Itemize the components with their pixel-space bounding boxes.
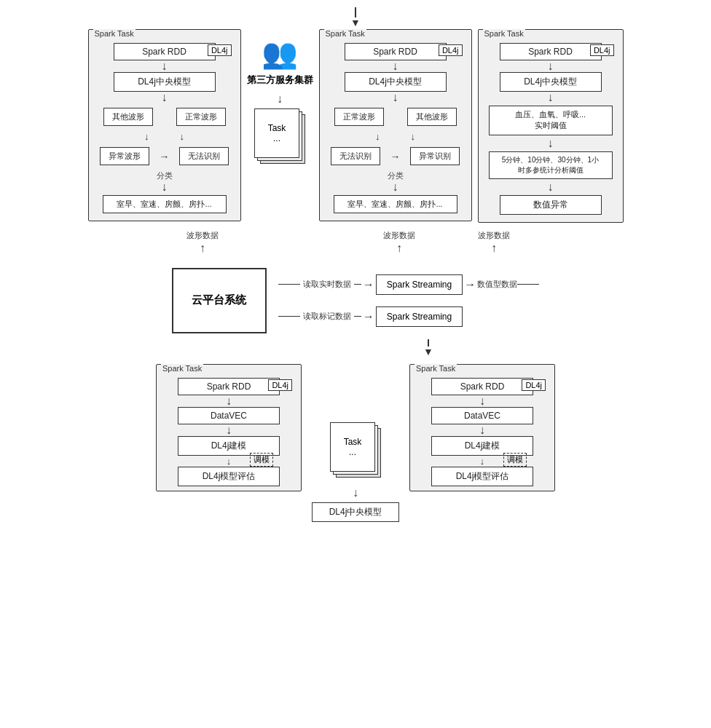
result-2: 室早、室速、房颤、房扑... (334, 195, 457, 213)
bottom-section: Spark Task Spark RDD DL4j ↓ DataVEC ↓ DL… (6, 364, 705, 525)
spark-task-1-label: Spark Task (93, 29, 135, 38)
bottom-task-stack: Task ... (330, 422, 381, 480)
dl4j-badge-2: DL4j (439, 44, 463, 56)
task-middle-label: Task (268, 123, 286, 133)
spark-task-bottom-right: Spark Task Spark RDD DL4j ↓ DataVEC ↓ DL… (409, 364, 555, 491)
wave-type-2b: 其他波形 (407, 108, 457, 126)
cloud-platform-box: 云平台系统 (172, 268, 267, 333)
dl4j-badge-br: DL4j (522, 379, 546, 391)
anomaly-row-1: 异常波形 → 无法识别 (93, 144, 236, 168)
threshold-label: 血压、血氧、呼吸...实时阈值 (489, 106, 613, 135)
spark-task-2: Spark Task Spark RDD DL4j ↓ DL4j中央模型 ↓ 正… (319, 29, 472, 221)
anomaly-2b: 异常识别 (410, 147, 460, 165)
spark-streaming-2: Spark Streaming (376, 306, 463, 327)
dl4j-badge-bl: DL4j (268, 379, 292, 391)
classify-1: 分类 (93, 170, 236, 181)
spark-streaming-1: Spark Streaming (376, 274, 463, 295)
diagram-container: ▼ Spark Task Spark RDD DL4j ↓ DL4j中央模型 ↓… (6, 7, 705, 525)
spark-task-br-label: Spark Task (415, 364, 457, 373)
wave-type-2a: 正常波形 (334, 108, 384, 126)
dl4j-badge-3: DL4j (590, 44, 614, 56)
anomaly-2a: 无法识别 (331, 147, 380, 165)
tune-label-bl: 调模 (250, 453, 273, 467)
wave-types-row-1: 其他波形 正常波形 (93, 105, 236, 129)
spark-task-1: Spark Task Spark RDD DL4j ↓ DL4j中央模型 ↓ 其… (88, 29, 241, 221)
result-3: 数值异常 (500, 195, 602, 215)
stats-label: 5分钟、10分钟、30分钟、1小时多参统计分析阈值 (489, 151, 613, 179)
spark-task-3-label: Spark Task (483, 29, 525, 38)
arrow-1: ↓ (93, 61, 236, 71)
rdd-1: Spark RDD (114, 43, 216, 60)
wave-types-row-2: 正常波形 其他波形 (324, 105, 467, 129)
central-model-1: DL4j中央模型 (114, 72, 216, 92)
task-stack: Task ... (254, 108, 305, 167)
rdd-3: Spark RDD (500, 43, 602, 60)
read-marked-label: 读取标记数据 (303, 311, 351, 322)
streaming-row-2: 读取标记数据 → Spark Streaming (278, 306, 539, 327)
tune-label-br: 调模 (503, 453, 527, 467)
third-party-area: 👥 第三方服务集群 ↓ Task ... (247, 36, 313, 167)
eval-br: DL4j模型评估 (431, 467, 533, 486)
read-realtime-label: 读取实时数据 (303, 279, 351, 290)
bottom-task-dots: ... (349, 447, 356, 457)
streaming-rows: 读取实时数据 → Spark Streaming → 数值型数据 读取标记数据 … (278, 274, 539, 327)
datavec-br: DataVEC (431, 407, 533, 424)
middle-section: 云平台系统 读取实时数据 → Spark Streaming → 数值型数据 读… (6, 268, 705, 333)
spark-task-bottom-left: Spark Task Spark RDD DL4j ↓ DataVEC ↓ DL… (156, 364, 302, 491)
central-model-2: DL4j中央模型 (345, 72, 447, 92)
top-section: Spark Task Spark RDD DL4j ↓ DL4j中央模型 ↓ 其… (6, 29, 705, 223)
wave-type-1a: 其他波形 (103, 108, 153, 126)
task-middle-dots: ... (273, 133, 280, 143)
eval-bl: DL4j模型评估 (178, 467, 280, 486)
wave-data-label-2: 波形数据 (383, 230, 415, 241)
wave-data-label-3: 波形数据 (478, 230, 510, 241)
third-party-icon: 👥 (262, 36, 298, 71)
wave-type-1b: 正常波形 (176, 108, 226, 126)
streaming-row-1: 读取实时数据 → Spark Streaming → 数值型数据 (278, 274, 539, 295)
result-1: 室早、室速、房颤、房扑... (103, 195, 227, 213)
wave-data-label-1: 波形数据 (186, 230, 219, 241)
mid-to-bottom-arrow: ▼ (6, 339, 705, 357)
anomaly-row-2: 无法识别 → 异常识别 (324, 144, 467, 168)
rdd-bl: Spark RDD (178, 378, 280, 395)
wave-data-row: 波形数据 ↑ 波形数据 ↑ 波形数据 ↑ (6, 230, 705, 262)
numeric-data-label: 数值型数据 (477, 279, 517, 290)
anomaly-1a: 异常波形 (100, 147, 149, 165)
anomaly-1b: 无法识别 (179, 147, 229, 165)
cloud-platform-label: 云平台系统 (192, 293, 246, 307)
bottom-task-stack-area: Task ... ↓ DL4j中央模型 (312, 422, 399, 525)
spark-task-bl-label: Spark Task (161, 364, 203, 373)
central-model-bottom: DL4j中央模型 (312, 502, 399, 522)
rdd-br: Spark RDD (431, 378, 533, 395)
classify-2: 分类 (324, 170, 467, 181)
rdd-2: Spark RDD (345, 43, 447, 60)
dl4j-badge-1: DL4j (208, 44, 232, 56)
central-model-3: DL4j中央模型 (500, 72, 602, 92)
datavec-bl: DataVEC (178, 407, 280, 424)
spark-task-2-label: Spark Task (324, 29, 366, 38)
spark-task-3: Spark Task Spark RDD DL4j ↓ DL4j中央模型 ↓ 血… (478, 29, 624, 223)
bottom-task-label: Task (344, 437, 362, 447)
third-party-label: 第三方服务集群 (247, 74, 313, 87)
